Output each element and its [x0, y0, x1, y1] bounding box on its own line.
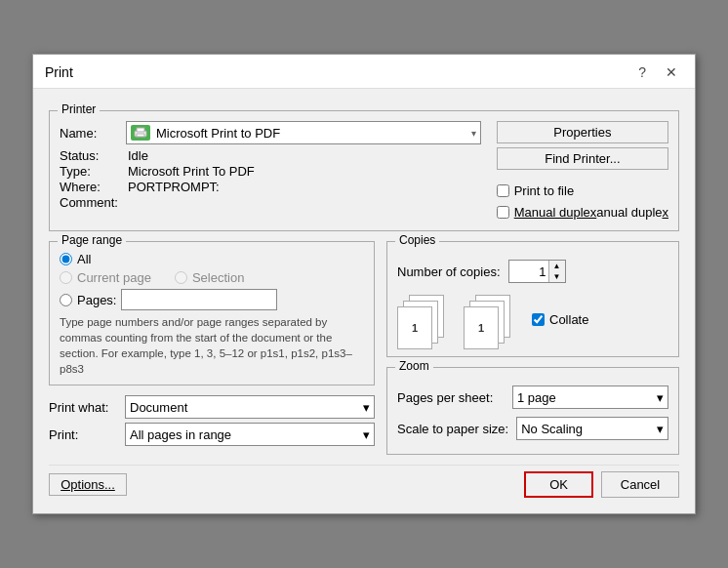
copies-down-btn[interactable]: ▼ [549, 271, 565, 282]
printer-right-buttons: Properties Find Printer... Print to file… [497, 121, 668, 223]
close-button[interactable]: ✕ [660, 62, 683, 82]
pages-per-sheet-value: 1 page [517, 390, 556, 405]
print-to-file-row: Print to file [497, 183, 668, 198]
printer-group-label: Printer [58, 102, 100, 116]
ok-button[interactable]: OK [524, 471, 593, 498]
all-radio-row: All [60, 252, 364, 266]
page-card-1b: 1 [464, 306, 499, 349]
options-button[interactable]: Options... [49, 473, 127, 496]
copies-number-label: Number of copies: [397, 264, 501, 279]
print-dialog: Print ? ✕ Printer Name: [32, 54, 696, 514]
action-buttons: OK Cancel [524, 471, 679, 498]
print-label: Print: [49, 427, 117, 442]
current-page-label: Current page [77, 270, 151, 285]
scale-select[interactable]: No Scaling ▾ [516, 417, 668, 440]
print-to-file-label: Print to file [514, 183, 574, 198]
manual-duplex-row: Manual duplexanual duplex [497, 205, 668, 220]
page-card-1a: 1 [397, 306, 432, 349]
title-bar: Print ? ✕ [33, 55, 695, 89]
pages-label: Pages: [77, 293, 116, 307]
printer-dropdown-arrow: ▾ [471, 128, 476, 139]
copies-input[interactable] [509, 261, 548, 282]
find-printer-button[interactable]: Find Printer... [497, 147, 668, 170]
collate-row: 3 2 1 3 2 1 Collate [397, 291, 668, 348]
main-content-row: Page range All Current page Selection [49, 241, 679, 455]
printer-name-row: Name: Microsoft Print to PDF ▾ [60, 121, 481, 144]
collate-icon-1: 3 2 1 [397, 295, 446, 348]
where-label: Where: [60, 180, 128, 194]
copies-up-btn[interactable]: ▲ [549, 261, 565, 271]
collate-icon-2: 3 2 1 [464, 295, 512, 348]
comment-value [128, 195, 481, 210]
properties-button[interactable]: Properties [497, 121, 668, 143]
zoom-group: Zoom Pages per sheet: 1 page ▾ Scale to … [386, 367, 679, 455]
pages-per-sheet-arrow: ▾ [657, 390, 664, 405]
copies-group-label: Copies [395, 233, 439, 247]
dialog-title: Print [45, 64, 73, 80]
pages-input[interactable] [121, 289, 277, 310]
copies-spinner: ▲ ▼ [548, 261, 565, 282]
scale-label: Scale to paper size: [397, 422, 508, 436]
scale-arrow: ▾ [657, 422, 664, 436]
printer-name-select[interactable]: Microsoft Print to PDF ▾ [126, 121, 481, 144]
left-column: Page range All Current page Selection [49, 241, 375, 455]
print-what-row: Print what: Document ▾ [49, 395, 375, 419]
current-page-radio-row: Current page [60, 270, 151, 285]
pages-per-sheet-row: Pages per sheet: 1 page ▾ [397, 385, 668, 409]
collate-checkbox[interactable] [532, 313, 545, 326]
bottom-row: Options... OK Cancel [49, 465, 679, 502]
all-label: All [77, 252, 91, 266]
all-radio[interactable] [60, 253, 72, 265]
selection-label: Selection [192, 270, 244, 285]
pages-row: Pages: [60, 289, 364, 310]
print-what-arrow: ▾ [363, 400, 370, 415]
print-value: All pages in range [130, 427, 231, 442]
cancel-button[interactable]: Cancel [601, 471, 679, 498]
type-label: Type: [60, 164, 128, 179]
printer-icon [131, 125, 150, 141]
type-value: Microsoft Print To PDF [128, 164, 481, 179]
print-to-file-checkbox[interactable] [497, 184, 509, 197]
selection-radio-row: Selection [175, 270, 244, 285]
dialog-body: Printer Name: Microsoft Print to PDF [33, 89, 695, 513]
copies-group: Copies Number of copies: ▲ ▼ [386, 241, 679, 357]
title-bar-controls: ? ✕ [632, 62, 683, 82]
printer-group: Printer Name: Microsoft Print to PDF [49, 110, 679, 231]
copies-row: Number of copies: ▲ ▼ [397, 260, 668, 283]
printer-name-value: Microsoft Print to PDF [156, 126, 280, 141]
comment-label: Comment: [60, 195, 128, 210]
print-what-select[interactable]: Document ▾ [125, 395, 375, 419]
scale-row: Scale to paper size: No Scaling ▾ [397, 417, 668, 440]
pages-per-sheet-label: Pages per sheet: [397, 390, 505, 405]
print-what-value: Document [130, 400, 187, 415]
pages-per-sheet-select[interactable]: 1 page ▾ [512, 385, 668, 409]
printer-info-grid: Status: Idle Type: Microsoft Print To PD… [60, 148, 481, 210]
print-options: Print what: Document ▾ Print: All pages … [49, 395, 375, 446]
where-value: PORTPROMPT: [128, 180, 481, 194]
manual-duplex-checkbox[interactable] [497, 206, 509, 219]
status-label: Status: [60, 148, 128, 163]
manual-duplex-label: Manual duplexanual duplex [514, 205, 668, 220]
print-row: Print: All pages in range ▾ [49, 423, 375, 446]
name-label: Name: [60, 126, 118, 141]
help-button[interactable]: ? [632, 62, 652, 82]
collate-label: Collate [549, 312, 588, 327]
pages-radio[interactable] [60, 294, 72, 306]
scale-value: No Scaling [521, 422, 583, 436]
svg-rect-1 [137, 128, 144, 132]
svg-rect-2 [137, 134, 144, 137]
pages-hint: Type page numbers and/or page ranges sep… [60, 314, 364, 377]
selection-radio[interactable] [175, 271, 187, 284]
collate-checkbox-row: Collate [532, 312, 588, 327]
status-value: Idle [128, 148, 481, 163]
current-selection-row: Current page Selection [60, 270, 364, 285]
print-arrow: ▾ [363, 427, 370, 442]
page-range-group: Page range All Current page Selection [49, 241, 375, 385]
zoom-group-label: Zoom [395, 359, 433, 373]
copies-input-wrap: ▲ ▼ [508, 260, 566, 283]
print-select[interactable]: All pages in range ▾ [125, 423, 375, 446]
page-range-title: Page range [58, 233, 126, 247]
current-page-radio[interactable] [60, 271, 72, 284]
print-what-label: Print what: [49, 400, 117, 415]
right-column: Copies Number of copies: ▲ ▼ [386, 241, 679, 455]
